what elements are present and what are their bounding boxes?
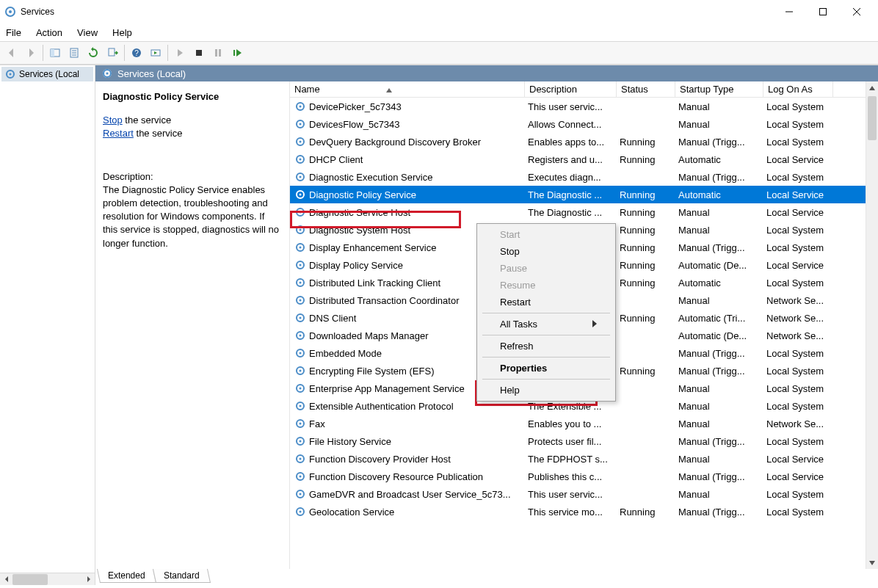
cell-status: Running (617, 189, 675, 200)
cm-restart[interactable]: Restart (479, 294, 613, 311)
cell-logon: Local System (763, 366, 833, 377)
cell-status: Running (617, 313, 675, 324)
cm-resume: Resume (479, 277, 613, 294)
service-row[interactable]: Function Discovery Resource PublicationP… (290, 468, 866, 485)
cell-startup: Manual (Trigg... (675, 436, 763, 447)
gear-icon (294, 153, 306, 165)
toolbar: ? (0, 41, 878, 65)
service-row[interactable]: DevQuery Background Discovery BrokerEnab… (290, 133, 866, 150)
svg-point-32 (300, 159, 302, 161)
cell-status: Running (617, 137, 675, 148)
gear-icon (294, 471, 306, 482)
cm-refresh[interactable]: Refresh (479, 338, 613, 355)
cell-logon: Local System (763, 172, 833, 183)
cell-logon: Local System (763, 225, 833, 236)
gear-icon (294, 506, 306, 518)
main-area: Services (Local Services (Local) Diagnos… (0, 65, 878, 585)
service-row[interactable]: Function Discovery Provider HostThe FDPH… (290, 450, 866, 468)
cell-status: Running (617, 242, 675, 253)
col-startup[interactable]: Startup Type (675, 81, 763, 97)
tab-standard[interactable]: Standard (153, 569, 211, 583)
cell-logon: Local System (763, 436, 833, 447)
menu-action[interactable]: Action (36, 27, 62, 38)
svg-rect-3 (820, 9, 827, 15)
export-list-button[interactable] (104, 44, 121, 62)
service-row[interactable]: File History ServiceProtects user fil...… (290, 432, 866, 450)
cell-logon: Local System (763, 348, 833, 359)
service-row[interactable]: DHCP ClientRegisters and u...RunningAuto… (290, 150, 866, 168)
cell-startup: Manual (675, 418, 763, 429)
refresh-button[interactable] (84, 44, 102, 62)
cell-desc: This service mo... (525, 507, 617, 518)
gear-icon (294, 294, 306, 306)
cell-logon: Local System (763, 137, 833, 148)
col-logon[interactable]: Log On As (763, 81, 833, 97)
list-vscrollbar[interactable] (866, 81, 878, 569)
back-button (3, 44, 21, 62)
stop-service-button[interactable] (190, 44, 208, 62)
cell-logon: Local System (763, 507, 833, 518)
service-row[interactable]: Diagnostic Execution ServiceExecutes dia… (290, 168, 866, 186)
svg-point-70 (300, 493, 302, 496)
cm-stop[interactable]: Stop (479, 243, 613, 260)
cell-logon: Network Se... (763, 330, 833, 341)
cell-name: Diagnostic Execution Service (290, 171, 525, 183)
restart-link[interactable]: Restart (103, 128, 134, 139)
cell-status: Running (617, 154, 675, 165)
menu-file[interactable]: File (6, 27, 21, 38)
cell-logon: Local System (763, 101, 833, 112)
help-button[interactable]: ? (128, 44, 145, 62)
maximize-button[interactable] (806, 0, 840, 23)
col-status[interactable]: Status (617, 81, 675, 97)
col-name[interactable]: Name (290, 81, 525, 97)
list-header: Name Description Status Startup Type Log… (290, 81, 866, 98)
cell-name: Extensible Authentication Protocol (290, 400, 525, 412)
cell-name: DevQuery Background Discovery Broker (290, 136, 525, 148)
cell-status: Running (617, 225, 675, 236)
cm-help[interactable]: Help (479, 382, 613, 399)
service-row[interactable]: FaxEnables you to ...ManualNetwork Se... (290, 415, 866, 432)
stop-link[interactable]: Stop (103, 115, 123, 126)
cell-status: Running (617, 207, 675, 218)
svg-point-24 (106, 73, 109, 75)
cell-logon: Local Service (763, 454, 833, 465)
svg-point-42 (300, 247, 302, 249)
service-row[interactable]: Geolocation ServiceThis service mo...Run… (290, 503, 866, 520)
cell-desc: This user servic... (525, 489, 617, 500)
cell-startup: Manual (Trigg... (675, 172, 763, 183)
service-row[interactable]: GameDVR and Broadcast User Service_5c73.… (290, 485, 866, 503)
show-hide-tree-button[interactable] (46, 44, 64, 62)
properties-button[interactable] (65, 44, 83, 62)
service-row[interactable]: DevicesFlow_5c7343Allows Connect...Manua… (290, 115, 866, 133)
cell-desc: Enables you to ... (525, 418, 617, 429)
menu-view[interactable]: View (77, 27, 98, 38)
restart-service-button[interactable] (228, 44, 246, 62)
service-row[interactable]: DevicePicker_5c7343This user servic...Ma… (290, 98, 866, 115)
svg-point-68 (300, 476, 302, 478)
gear-icon (294, 277, 306, 288)
pause-service-button (209, 44, 227, 62)
svg-point-64 (300, 440, 302, 443)
minimize-button[interactable] (772, 0, 806, 23)
svg-point-52 (300, 335, 302, 337)
nav-hscrollbar[interactable] (0, 573, 95, 585)
menu-help[interactable]: Help (112, 27, 132, 38)
nav-item-services-local[interactable]: Services (Local (1, 67, 93, 81)
cell-desc: Enables apps to... (525, 137, 617, 148)
svg-point-44 (300, 264, 302, 266)
cell-name: Fax (290, 418, 525, 429)
cm-properties[interactable]: Properties (479, 360, 613, 377)
close-button[interactable] (840, 0, 874, 23)
cell-startup: Automatic (De... (675, 330, 763, 341)
col-description[interactable]: Description (525, 81, 617, 97)
cm-all-tasks[interactable]: All Tasks (479, 316, 613, 333)
gear-icon (294, 136, 306, 148)
cell-logon: Network Se... (763, 418, 833, 429)
tab-extended[interactable]: Extended (97, 569, 156, 583)
service-row[interactable]: Diagnostic Policy ServiceThe Diagnostic … (290, 186, 866, 203)
cell-name: File History Service (290, 435, 525, 447)
service-row[interactable]: Diagnostic Service HostThe Diagnostic ..… (290, 203, 866, 221)
cell-startup: Manual (Trigg... (675, 348, 763, 359)
svg-point-60 (300, 405, 302, 407)
help-topics-button[interactable] (147, 44, 164, 62)
